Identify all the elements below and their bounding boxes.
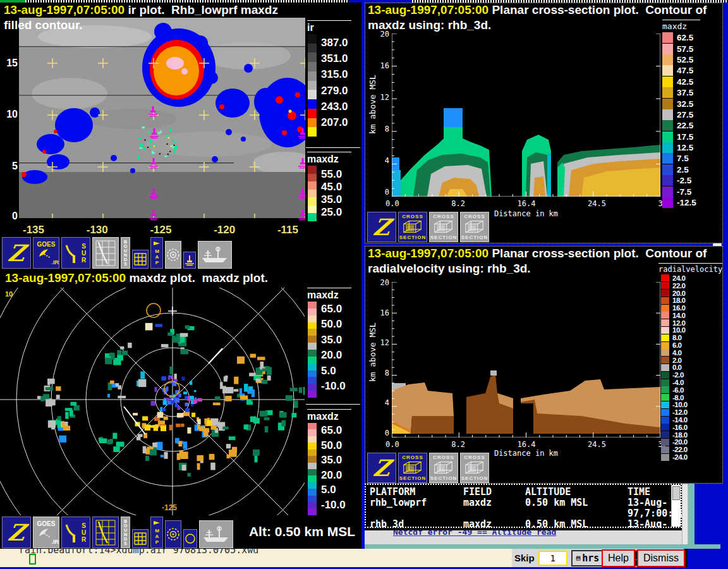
teal-divider	[365, 544, 720, 549]
goes-label: GOES	[37, 520, 56, 527]
zebra-logo-button[interactable]: Z	[2, 237, 31, 269]
satellite-dish-icon	[38, 248, 54, 259]
bounds-button[interactable]: BOUNDS	[121, 237, 130, 269]
bounds-button[interactable]: BOUNDS	[121, 517, 130, 548]
xs-top-toolbar: Z CROSS SECTION CROSS SECTION CROSS SECT…	[367, 212, 489, 242]
ir-maxdz-colorbar-title: maxdz	[307, 152, 351, 165]
dismiss-button[interactable]: Dismiss	[637, 549, 685, 567]
zebra-z-icon: Z	[372, 216, 391, 238]
xs-bot-xticks: 0.08.216.424.532	[385, 440, 667, 449]
zebra-logo-button[interactable]: Z	[367, 453, 396, 483]
radar-ppi-display[interactable]: 10 -125	[0, 288, 305, 515]
ship-icon	[202, 525, 231, 544]
scan-pattern-button[interactable]	[165, 520, 181, 548]
sur-label: SUR	[80, 522, 87, 543]
map-button[interactable]: MAP	[150, 237, 163, 269]
status-scrollbar[interactable]	[671, 485, 681, 527]
cube-icon	[464, 219, 485, 235]
zebra-display-screen: 13-aug-1997,07:05:00 ir plot. Rhb_lowprf…	[0, 0, 728, 569]
map-button[interactable]: MAP	[150, 517, 163, 548]
ir-ytick: 10	[1, 109, 18, 120]
grid-radar-icon	[95, 240, 116, 266]
flag-icon	[152, 520, 161, 528]
ir-ytick: 0	[1, 211, 18, 222]
ppi-colorbar2-values: 65.050.035.020.05.0-10.0	[321, 424, 346, 511]
xs-bot-toolbar: Z CROSS SECTION CROSS SECTION CROSS SECT…	[367, 453, 489, 483]
ir-satellite-panel: 13-aug-1997,07:05:00 ir plot. Rhb_lowprf…	[0, 3, 361, 270]
skip-label: Skip	[514, 553, 535, 563]
buoy-button[interactable]	[183, 252, 196, 269]
ir-panel-title: 13-aug-1997,07:05:00 ir plot. Rhb_lowprf…	[4, 3, 278, 17]
maxdz-ppi-panel: 13-aug-1997,07:05:00 maxdz plot. maxdz p…	[0, 270, 361, 549]
radar-grid-button[interactable]	[92, 517, 119, 548]
scan-pattern-button[interactable]	[165, 241, 181, 269]
small-grid-button[interactable]	[132, 250, 149, 269]
ppi-colorbar1	[308, 302, 317, 398]
status-table-row: rhb_lowprfmaxdz 0.50 km MSL13-Aug-97,7:0…	[370, 498, 677, 519]
small-grid-button[interactable]	[132, 529, 149, 548]
crosshair-marker	[168, 307, 177, 315]
map-label: MAP	[154, 248, 159, 266]
goes-ir-button[interactable]: GOES .IR	[33, 517, 59, 548]
small-grid-icon	[134, 253, 147, 266]
ir-xtick: -125	[150, 224, 171, 236]
flag-icon	[152, 241, 161, 248]
ir-xtick: -115	[277, 224, 298, 236]
teal-edge-strip	[688, 484, 695, 547]
cross-section-radialvelocity-panel: 13-aug-1997,07:05:00 Planar cross-sectio…	[365, 246, 723, 484]
cross-section-button[interactable]: CROSS SECTION	[460, 212, 489, 242]
xs-bot-time: 13-aug-1997,07:05:00	[368, 247, 488, 260]
cube-icon	[402, 460, 423, 475]
window-edge-strip	[682, 484, 688, 547]
radialvelocity-cross-section-plot[interactable]	[392, 282, 660, 437]
cross-section-button-active[interactable]: CROSS SECTION	[398, 212, 427, 242]
ppi-panel-toolbar: Z GOES .IR SUR BOUNDS MAP	[2, 517, 233, 548]
hours-button[interactable]: ▤hrs	[571, 550, 605, 566]
bounds-label: BOUNDS	[123, 240, 128, 266]
ship-button[interactable]	[199, 520, 233, 548]
circle-button[interactable]	[183, 529, 197, 548]
xs-top-yticks: 201612840	[375, 30, 389, 197]
help-button[interactable]: Help	[602, 549, 635, 567]
cross-section-button-active[interactable]: CROSS SECTION	[398, 453, 427, 483]
surveillance-button[interactable]: SUR	[61, 517, 90, 548]
grid-radar-icon	[95, 519, 116, 546]
cross-section-button[interactable]: CROSS SECTION	[460, 453, 489, 483]
circle-icon	[185, 533, 196, 544]
zebra-logo-button[interactable]: Z	[367, 212, 396, 242]
surveillance-button[interactable]: SUR	[61, 237, 90, 269]
cube-icon	[433, 219, 454, 235]
goes-ir-button[interactable]: GOES .IR	[33, 237, 59, 269]
ppi-corner-label: 10	[5, 290, 13, 298]
ir-colorbar	[308, 34, 317, 137]
satellite-image[interactable]	[19, 18, 305, 221]
ir-xaxis: -135-130-125-120-115	[23, 224, 298, 236]
radar-grid-button[interactable]	[92, 237, 119, 269]
status-table-header: PLATFORM FIELD ALTITUDE TIME	[370, 487, 677, 498]
cross-section-button[interactable]: CROSS SECTION	[429, 212, 458, 242]
ppi-colorbar2-title: maxdz	[307, 409, 351, 422]
maxdz-cross-section-plot[interactable]	[392, 34, 660, 197]
skip-input[interactable]	[538, 551, 567, 566]
ir-colorbar-values: 387.0351.0315.0279.0243.0207.0	[321, 37, 348, 129]
status-scrollbar-thumb[interactable]	[672, 486, 680, 500]
ir-sublabel: .IR	[51, 539, 59, 545]
xs-top-title-line2: maxdz using: rhb_3d.	[368, 18, 491, 32]
bar-filler	[688, 549, 713, 567]
sur-label: SUR	[80, 243, 87, 264]
ir-panel-time: 13-aug-1997,07:05:00	[4, 3, 124, 16]
ir-sublabel: .IR	[51, 259, 59, 266]
ship-button[interactable]	[198, 241, 232, 269]
cube-icon	[433, 460, 454, 475]
terminal-cursor	[29, 554, 36, 565]
xs-bot-title-line2: radialvelocity using: rhb_3d.	[368, 262, 531, 276]
cross-section-button[interactable]: CROSS SECTION	[429, 453, 458, 483]
zebra-logo-button[interactable]: Z	[2, 517, 31, 548]
ir-xtick: -135	[23, 224, 44, 236]
buoy-icon	[185, 255, 195, 266]
terminal-strip[interactable]: rain.beaufort:14>xdump.air 970813.0705.x…	[0, 549, 512, 567]
ppi-xaxis-label: -125	[162, 503, 177, 512]
ir-panel-toolbar: Z GOES .IR SUR BOUNDS MAP	[2, 237, 232, 269]
xs-top-xticks: 0.08.216.424.532	[385, 199, 667, 208]
ppi-panel-title: 13-aug-1997,07:05:00 maxdz plot. maxdz p…	[5, 271, 268, 285]
